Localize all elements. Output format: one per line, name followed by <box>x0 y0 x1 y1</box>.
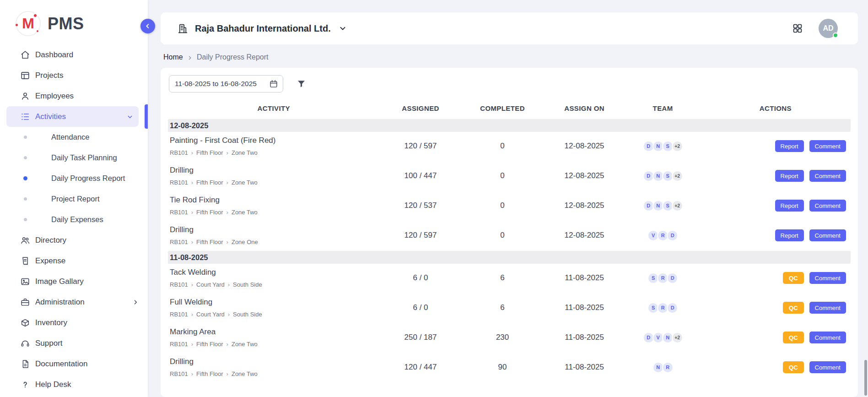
filter-icon[interactable] <box>296 79 307 89</box>
building-icon <box>177 23 189 34</box>
report-button[interactable]: Report <box>775 170 804 182</box>
sidebar-subitem-daily-expenses[interactable]: Daily Expenses <box>0 209 148 230</box>
sidebar-item-employees[interactable]: Employees <box>0 86 148 106</box>
completed-value: 6 <box>462 273 544 283</box>
breadcrumb-home[interactable]: Home <box>163 53 183 61</box>
sidebar-item-activities[interactable]: Activities <box>6 106 139 127</box>
sidebar-subitem-daily-progress-report[interactable]: Daily Progress Report <box>0 168 148 189</box>
activity-name: Drilling <box>170 166 380 175</box>
path-segment: Court Yard <box>196 281 225 288</box>
activity-path: RB101›Fifth Floor›Zone Two <box>170 149 380 156</box>
sidebar-item-administration[interactable]: Administration <box>0 292 148 312</box>
app-title: PMS <box>48 14 84 33</box>
path-segment: Fifth Floor <box>196 179 223 186</box>
activity-path: RB101›Court Yard›South Side <box>170 311 380 318</box>
sidebar-subitem-label: Daily Expenses <box>51 215 103 224</box>
company-selector[interactable]: Raja Bahadur International Ltd. <box>177 23 347 34</box>
completed-value: 0 <box>462 201 544 210</box>
actions-cell: QCComment <box>701 361 851 373</box>
actions-cell: ReportComment <box>701 229 851 241</box>
help-icon <box>20 380 30 390</box>
sidebar-nav: DashboardProjectsEmployeesActivitiesAtte… <box>0 43 148 395</box>
date-range-picker[interactable] <box>169 75 283 92</box>
user-avatar[interactable]: AD <box>819 19 838 38</box>
activity-name: Drilling <box>170 357 380 366</box>
path-segment: Fifth Floor <box>196 370 223 377</box>
bullet-dot-icon <box>24 197 27 201</box>
actions-cell: ReportComment <box>701 200 851 212</box>
path-segment: Fifth Floor <box>196 209 223 216</box>
path-segment: Fifth Floor <box>196 239 223 245</box>
main-content: Raja Bahadur International Ltd. AD Home … <box>148 0 868 397</box>
qc-button[interactable]: QC <box>783 361 804 373</box>
logo-letter: M <box>22 15 34 32</box>
qc-button[interactable]: QC <box>783 302 804 314</box>
qc-button[interactable]: QC <box>783 272 804 284</box>
path-segment: Zone One <box>232 239 258 245</box>
sidebar-item-label: Expense <box>35 256 65 266</box>
team-extra-count: +2 <box>672 141 683 152</box>
sidebar-item-inventory[interactable]: Inventory <box>0 312 148 333</box>
activity-path: RB101›Court Yard›South Side <box>170 281 380 288</box>
chevron-down-icon <box>338 24 347 33</box>
team-avatars: DNS+2 <box>625 141 701 152</box>
path-segment: Fifth Floor <box>196 149 223 156</box>
comment-button[interactable]: Comment <box>809 272 846 284</box>
employees-icon <box>20 91 30 101</box>
chevron-right-icon: › <box>228 281 230 288</box>
team-avatars: VRD <box>625 230 701 241</box>
scrollbar-thumb[interactable] <box>864 360 867 396</box>
sidebar-subitem-attendance[interactable]: Attendance <box>0 127 148 147</box>
date-range-input[interactable] <box>175 80 269 88</box>
sidebar-subitem-daily-task-planning[interactable]: Daily Task Planning <box>0 147 148 168</box>
path-segment: Zone Two <box>232 341 258 348</box>
sidebar-collapse-button[interactable] <box>140 19 155 33</box>
sidebar-item-label: Image Gallary <box>35 277 84 286</box>
sidebar-item-image-gallary[interactable]: Image Gallary <box>0 271 148 292</box>
activity-cell: Tie Rod FixingRB101›Fifth Floor›Zone Two <box>168 196 380 216</box>
sidebar-item-label: Projects <box>35 71 63 80</box>
report-button[interactable]: Report <box>775 229 804 241</box>
sidebar-item-support[interactable]: Support <box>0 333 148 353</box>
activity-name: Full Welding <box>170 298 380 307</box>
sidebar-item-expense[interactable]: Expense <box>0 250 148 271</box>
report-button[interactable]: Report <box>775 200 804 212</box>
sidebar-item-help-desk[interactable]: Help Desk <box>0 374 148 395</box>
apps-grid-icon[interactable] <box>792 23 803 34</box>
actions-cell: QCComment <box>701 272 851 284</box>
column-header-assigned: ASSIGNED <box>380 104 462 112</box>
comment-button[interactable]: Comment <box>809 229 846 241</box>
directory-icon <box>20 235 30 245</box>
assigned-value: 100 / 447 <box>380 171 462 180</box>
chevron-right-icon <box>131 298 140 306</box>
report-button[interactable]: Report <box>775 140 804 152</box>
chevron-right-icon: › <box>191 370 193 377</box>
path-segment: RB101 <box>170 281 188 288</box>
administration-icon <box>20 297 30 307</box>
sidebar-item-documentation[interactable]: Documentation <box>0 353 148 374</box>
chevron-right-icon: › <box>191 209 193 216</box>
activity-path: RB101›Fifth Floor›Zone Two <box>170 209 380 216</box>
chevron-right-icon: › <box>191 311 193 318</box>
activity-path: RB101›Fifth Floor›Zone One <box>170 239 380 245</box>
comment-button[interactable]: Comment <box>809 200 846 212</box>
sidebar-item-label: Documentation <box>35 359 87 369</box>
sidebar-item-dashboard[interactable]: Dashboard <box>0 44 148 65</box>
completed-value: 0 <box>462 141 544 151</box>
qc-button[interactable]: QC <box>783 332 804 343</box>
comment-button[interactable]: Comment <box>809 302 846 314</box>
breadcrumb: Home › Daily Progress Report <box>161 44 858 68</box>
sidebar-item-projects[interactable]: Projects <box>0 65 148 86</box>
path-segment: RB101 <box>170 341 188 348</box>
sidebar-subitem-project-report[interactable]: Project Report <box>0 189 148 209</box>
sidebar-item-directory[interactable]: Directory <box>0 230 148 250</box>
comment-button[interactable]: Comment <box>809 332 846 343</box>
table-row: DrillingRB101›Fifth Floor›Zone Two100 / … <box>168 162 851 191</box>
table-row: DrillingRB101›Fifth Floor›Zone One120 / … <box>168 221 851 251</box>
comment-button[interactable]: Comment <box>809 170 846 182</box>
comment-button[interactable]: Comment <box>809 361 846 373</box>
completed-value: 6 <box>462 303 544 312</box>
activity-path: RB101›Fifth Floor›Zone Two <box>170 179 380 186</box>
sidebar-item-label: Activities <box>35 112 66 121</box>
comment-button[interactable]: Comment <box>809 140 846 152</box>
